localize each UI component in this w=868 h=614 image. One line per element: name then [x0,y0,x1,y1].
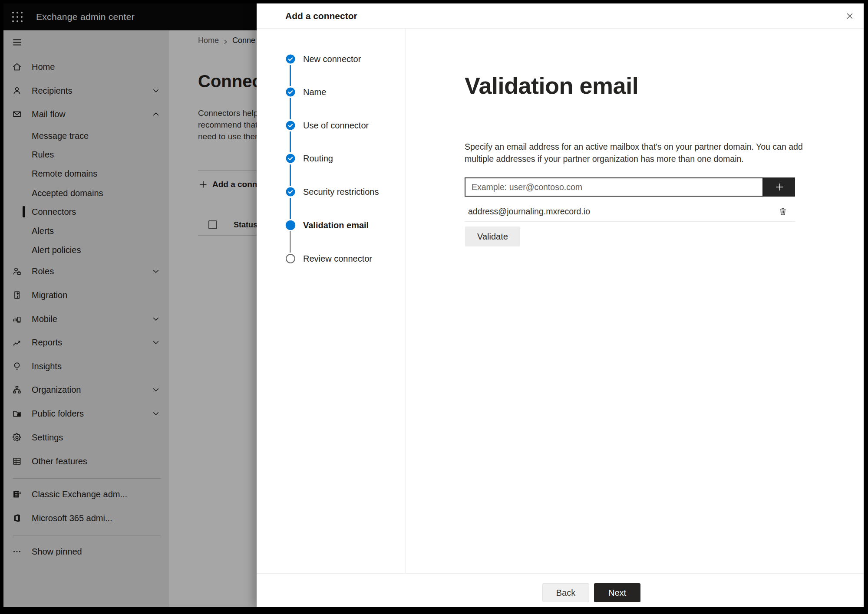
wizard-step-validation-email: Validation email [257,218,406,232]
step-label: Security restrictions [303,185,379,199]
step-description: Specify an email address for an active m… [465,141,803,165]
step-label: Name [303,85,326,99]
dialog-footer: Back Next [257,573,864,607]
wizard-step-use-of-connector: Use of connector [257,118,406,132]
step-pending-circle-icon [285,253,296,264]
close-icon[interactable] [843,9,857,23]
step-label: Validation email [303,218,369,232]
back-button[interactable]: Back [542,583,589,602]
wizard-step-security-restrictions: Security restrictions [257,185,406,199]
add-connector-dialog: Add a connector New connectorNameUse of … [257,3,864,607]
step-current-dot-icon [285,220,296,230]
step-done-check-icon [285,87,296,97]
wizard-steps: New connectorNameUse of connectorRouting… [257,29,406,573]
plus-icon [774,182,785,192]
step-done-check-icon [285,153,296,164]
step-label: Review connector [303,252,372,266]
dialog-title: Add a connector [285,3,357,29]
step-heading: Validation email [465,72,638,99]
validation-email-input[interactable] [465,177,763,197]
divider [465,221,795,222]
validate-button[interactable]: Validate [465,227,520,246]
wizard-step-review-connector: Review connector [257,252,406,266]
step-label: Routing [303,151,333,165]
step-connector-line [290,98,291,119]
step-connector-line [290,65,291,86]
step-done-check-icon [285,54,296,64]
next-button[interactable]: Next [594,583,640,602]
step-done-check-icon [285,187,296,197]
step-connector-line [290,231,291,253]
step-connector-line [290,198,291,219]
dialog-header: Add a connector [257,3,864,29]
delete-address-icon[interactable] [778,206,788,217]
step-connector-line [290,164,291,186]
added-address-row: address@journaling.mxrecord.io [465,201,795,221]
step-label: Use of connector [303,118,369,132]
add-email-button[interactable] [763,177,795,197]
wizard-step-new-connector: New connector [257,52,406,66]
step-connector-line [290,131,291,152]
wizard-step-name: Name [257,85,406,99]
screen: Exchange admin center HomeRecipientsMail… [0,0,868,614]
wizard-step-routing: Routing [257,151,406,165]
added-address: address@journaling.mxrecord.io [468,201,590,221]
step-label: New connector [303,52,361,66]
step-done-check-icon [285,120,296,131]
